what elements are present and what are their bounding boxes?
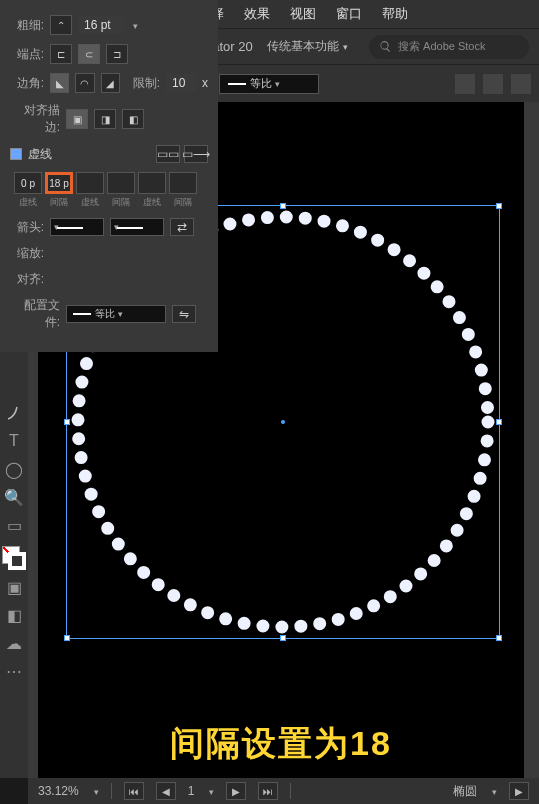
cap-label: 端点: xyxy=(10,46,44,63)
gap-input-2[interactable] xyxy=(169,172,197,194)
weight-stepper[interactable]: ⌃ xyxy=(50,15,72,35)
prev-artboard-button[interactable]: ⏮ xyxy=(124,782,144,800)
next-artboard-button[interactable]: ⏭ xyxy=(258,782,278,800)
weight-dropdown[interactable] xyxy=(130,18,138,32)
sel-handle-w[interactable] xyxy=(64,419,70,425)
limit-label: 限制: xyxy=(126,75,160,92)
arrow-label: 箭头: xyxy=(10,219,44,236)
selection-status-label: 椭圆 xyxy=(453,783,477,800)
stroke-profile-top[interactable]: 等比 xyxy=(219,74,319,94)
dash-gap-grid: 0 p 18 p xyxy=(14,172,208,194)
dash-input-1[interactable] xyxy=(76,172,104,194)
align-inside-icon[interactable]: ◨ xyxy=(94,109,116,129)
edit-toolbar-icon[interactable]: ⋯ xyxy=(3,660,25,682)
color-mode-icon[interactable]: ◧ xyxy=(3,604,25,626)
menu-window[interactable]: 窗口 xyxy=(326,1,372,27)
menu-view[interactable]: 视图 xyxy=(280,1,326,27)
arrow-start-dropdown[interactable] xyxy=(50,218,104,236)
dashed-line-checkbox[interactable] xyxy=(10,148,22,160)
dashed-line-label: 虚线 xyxy=(28,146,52,163)
align-outside-icon[interactable]: ◧ xyxy=(122,109,144,129)
dash-input-0[interactable]: 0 p xyxy=(14,172,42,194)
miter-limit-input[interactable] xyxy=(166,74,196,92)
weight-label: 粗细: xyxy=(10,17,44,34)
cap-round-icon[interactable]: ⊂ xyxy=(78,44,100,64)
cap-projecting-icon[interactable]: ⊐ xyxy=(106,44,128,64)
align-options-icon[interactable] xyxy=(455,74,475,94)
dash-preserve-icon[interactable]: ▭▭ xyxy=(156,145,180,163)
next-button[interactable]: ▶ xyxy=(226,782,246,800)
arrow-end-dropdown[interactable] xyxy=(110,218,164,236)
scroll-right-button[interactable]: ▶ xyxy=(509,782,529,800)
flip-horizontal-icon[interactable]: ⇋ xyxy=(172,305,196,323)
stroke-indicator[interactable] xyxy=(8,552,26,570)
limit-x-label: x xyxy=(202,76,208,90)
weight-input[interactable] xyxy=(78,16,124,34)
stroke-panel: 粗细: ⌃ 端点: ⊏ ⊂ ⊐ 边角: ◣ ◠ ◢ 限制: x 对齐描边: ▣ … xyxy=(0,0,218,352)
zoom-tool-icon[interactable]: 🔍 xyxy=(3,486,25,508)
align-center-icon[interactable]: ▣ xyxy=(66,109,88,129)
profile-dropdown[interactable]: 等比 xyxy=(66,305,166,323)
dash-align-icon[interactable]: ▭⟶ xyxy=(184,145,208,163)
stock-search-input[interactable]: 搜索 Adobe Stock xyxy=(369,35,529,59)
arrow-align-label: 对齐: xyxy=(10,271,44,288)
corner-bevel-icon[interactable]: ◢ xyxy=(101,73,120,93)
sel-handle-sw[interactable] xyxy=(64,635,70,641)
swap-arrows-icon[interactable]: ⇄ xyxy=(170,218,194,236)
gap-input-1[interactable] xyxy=(107,172,135,194)
dash-input-2[interactable] xyxy=(138,172,166,194)
type-tool-icon[interactable]: T xyxy=(3,430,25,452)
screen-mode-icon[interactable]: ▣ xyxy=(3,576,25,598)
status-dropdown[interactable] xyxy=(489,784,497,798)
curvature-tool-icon[interactable] xyxy=(3,402,25,424)
sel-handle-e[interactable] xyxy=(496,419,502,425)
artboard-number[interactable]: 1 xyxy=(188,784,195,798)
menu-help[interactable]: 帮助 xyxy=(372,1,418,27)
gap-input-0[interactable]: 18 p xyxy=(45,172,73,194)
draw-mode-icon[interactable]: ☁ xyxy=(3,632,25,654)
sel-handle-ne[interactable] xyxy=(496,203,502,209)
corner-miter-icon[interactable]: ◣ xyxy=(50,73,69,93)
sel-handle-s[interactable] xyxy=(280,635,286,641)
sel-handle-n[interactable] xyxy=(280,203,286,209)
profile-label: 配置文件: xyxy=(10,297,60,331)
cap-butt-icon[interactable]: ⊏ xyxy=(50,44,72,64)
center-point xyxy=(281,420,285,424)
corner-label: 边角: xyxy=(10,75,44,92)
gap-col-label: 间隔 xyxy=(45,196,73,209)
align-stroke-label: 对齐描边: xyxy=(10,102,60,136)
caption-text: 间隔设置为18 xyxy=(170,721,392,767)
workspace-dropdown[interactable]: 传统基本功能 xyxy=(267,38,348,55)
zoom-level[interactable]: 33.12% xyxy=(38,784,79,798)
stock-search-placeholder: 搜索 Adobe Stock xyxy=(398,39,485,54)
fill-stroke-indicator[interactable] xyxy=(2,546,26,570)
more-options-icon[interactable] xyxy=(511,74,531,94)
artboard-tool-icon[interactable]: ▭ xyxy=(3,514,25,536)
corner-round-icon[interactable]: ◠ xyxy=(75,73,94,93)
lasso-tool-icon[interactable]: ◯ xyxy=(3,458,25,480)
arrow-scale-label: 缩放: xyxy=(10,245,44,262)
dash-col-label: 虚线 xyxy=(14,196,42,209)
status-bar: 33.12% ⏮ ◀ 1 ▶ ⏭ 椭圆 ▶ xyxy=(28,778,539,804)
prev-button[interactable]: ◀ xyxy=(156,782,176,800)
menu-effect[interactable]: 效果 xyxy=(234,1,280,27)
sel-handle-se[interactable] xyxy=(496,635,502,641)
transform-options-icon[interactable] xyxy=(483,74,503,94)
